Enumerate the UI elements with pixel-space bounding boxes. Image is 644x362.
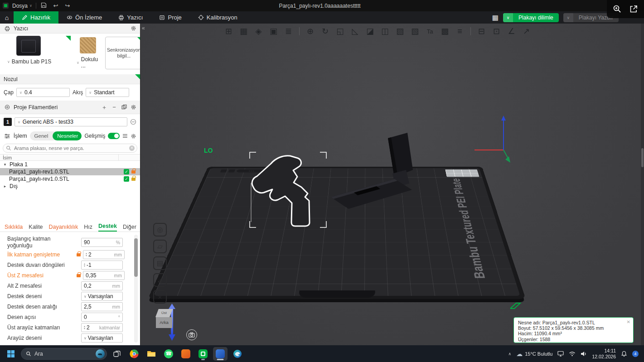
settings-tab-kalite[interactable]: Kalite [29, 224, 43, 232]
measure-icon[interactable]: ∠ [506, 26, 517, 36]
task-view-button[interactable] [110, 347, 124, 361]
clear-search-icon[interactable]: ✕ [129, 145, 135, 151]
setting-dropdown[interactable]: ∨Varsayılan [81, 333, 123, 343]
volume-icon[interactable] [581, 351, 587, 357]
visibility-checkbox[interactable]: ✓ [124, 169, 129, 174]
plate-overview-icon[interactable]: ▦ [492, 14, 499, 22]
settings-tab-siklikla[interactable]: Sıklıkla [5, 224, 23, 232]
app-icon-edge[interactable] [230, 347, 245, 361]
mirror-icon[interactable]: ◫ [379, 26, 391, 36]
lay-flat-icon[interactable]: ◺ [349, 26, 361, 36]
seam-paint-icon[interactable]: ▧ [409, 26, 421, 36]
tree-item-plate[interactable]: ▾ Plaka 1 [0, 161, 140, 168]
setting-input[interactable]: 0° [81, 313, 123, 322]
setting-input[interactable]: ▴▾2katmanlar [81, 323, 123, 332]
segment-global[interactable]: Genel [30, 131, 53, 140]
filament-settings-gear-icon[interactable] [131, 104, 136, 110]
setting-dropdown[interactable]: ∨Varsayılan [81, 292, 123, 301]
split-to-objects-icon[interactable]: ≣ [283, 26, 294, 36]
add-model-icon[interactable]: ⊞ [223, 26, 234, 36]
app-icon-whatsapp[interactable]: ☎ [161, 347, 176, 361]
sync-info-button[interactable]: Senkronizasyon bilgil... [105, 37, 140, 69]
setting-input[interactable]: 90% [81, 238, 123, 247]
wifi-icon[interactable] [569, 351, 576, 357]
nozzle-diameter-select[interactable]: ∨ 0.4 [16, 88, 70, 97]
auto-orient-icon[interactable]: ◈ [253, 26, 264, 36]
zoom-icon[interactable] [613, 5, 622, 14]
sidebar-collapse-icon[interactable]: « [142, 25, 145, 31]
rotate-icon[interactable]: ↻ [320, 26, 331, 36]
plate-name-button[interactable]: ▤ [153, 256, 167, 270]
tree-item-object[interactable]: Parça1_paylı-rev1.0.STL ✓ [0, 175, 140, 183]
color-paint-icon[interactable]: ▩ [439, 26, 450, 36]
app-icon-chrome[interactable] [127, 347, 141, 361]
tab-proje[interactable]: Proje [151, 11, 189, 24]
redo-icon[interactable]: ↪ [63, 2, 72, 9]
plate-type-select[interactable]: ∨ Dokulu ... [73, 56, 103, 69]
settings-scrollbar[interactable] [134, 235, 138, 343]
taskbar-search[interactable]: Ara [21, 348, 107, 360]
settings-tab-destek[interactable]: Destek [98, 223, 117, 232]
hidden-icons-chevron[interactable]: ∧ [508, 352, 512, 356]
tab-kalibrasyon[interactable]: Kalibrasyon [190, 11, 246, 24]
wipe-tower-icon[interactable]: ⊟ [476, 26, 487, 36]
app-icon-orange[interactable] [179, 347, 193, 361]
screenshot-button[interactable] [186, 329, 197, 340]
taskbar-weather[interactable]: ☁ 15°C Bulutlu [516, 350, 552, 357]
setting-input[interactable]: 0,35mm [83, 271, 125, 280]
viewport-scrollbar[interactable] [641, 24, 644, 345]
plate-visibility-button[interactable]: ◎ [153, 223, 167, 237]
plate-lock-tag-icon[interactable] [220, 169, 228, 173]
print-options-caret-icon[interactable]: ∨ [563, 13, 573, 22]
export-icon[interactable]: ↗ [521, 26, 532, 36]
slice-options-caret-icon[interactable]: ∨ [503, 13, 513, 22]
setting-input[interactable]: 0,2mm [81, 281, 123, 290]
setting-input[interactable]: ▴▾2mm [83, 250, 125, 259]
spinner-icon[interactable]: ▴▾ [84, 325, 85, 330]
settings-tab-hiz[interactable]: Hız [84, 224, 92, 232]
support-paint-icon[interactable]: ▨ [394, 26, 406, 36]
app-icon-explorer[interactable] [144, 347, 159, 361]
assembly-view-icon[interactable]: ⊡ [491, 26, 502, 36]
tree-item-outside[interactable]: ▸ Dış [0, 183, 140, 190]
slice-plate-button[interactable]: ∨ Plakayı dilimle [503, 13, 559, 22]
lock-icon[interactable] [131, 170, 136, 174]
scrollbar-thumb[interactable] [641, 148, 644, 167]
plate-orient-button[interactable]: ⊿ [153, 273, 167, 287]
chevron-collapsed-icon[interactable]: ▸ [3, 184, 7, 188]
settings-tab-diger[interactable]: Diğer [123, 224, 136, 232]
tab-yazici[interactable]: Yazıcı [110, 11, 151, 24]
cut-icon[interactable]: ◪ [364, 26, 376, 36]
spinner-icon[interactable]: ▴▾ [84, 263, 85, 267]
filament-select[interactable]: ∨ Generic ABS - test33 [15, 117, 127, 126]
printer-select[interactable]: ∨ Bambu Lab P1S [4, 58, 51, 65]
app-icon-slicer[interactable] [196, 347, 210, 361]
advanced-toggle[interactable] [108, 133, 120, 139]
list-view-icon[interactable] [122, 133, 128, 139]
plate-delete-button[interactable]: × [153, 290, 167, 304]
filament-slot-badge[interactable]: 1 [4, 118, 12, 126]
notification-bell-icon[interactable] [621, 351, 627, 357]
sync-filament-icon[interactable] [121, 104, 128, 110]
app-icon-blue[interactable] [213, 347, 228, 361]
scale-icon[interactable]: ◱ [334, 26, 346, 36]
segment-objects[interactable]: Nesneler [53, 131, 82, 140]
plate-settings-button[interactable]: ▱ [153, 240, 167, 253]
tab-on-izleme[interactable]: Ön İzleme [58, 11, 110, 24]
start-button[interactable] [4, 347, 18, 361]
chevron-expanded-icon[interactable]: ▾ [3, 162, 7, 167]
plate-type-card[interactable]: ∨ Dokulu ... [73, 36, 103, 73]
remove-filament-icon[interactable]: − [111, 104, 118, 111]
notification-count-badge[interactable]: 4 [632, 351, 639, 357]
viewport-3d[interactable]: « ⊞▦◈▣≣⊕↻◱◺◪◫▨▧Ta▩≡⊟⊡∠↗ ··· Bambu Textur… [140, 24, 644, 345]
process-settings-gear-icon[interactable] [131, 133, 136, 139]
settings-tab-dayaniklilik[interactable]: Dayanıklılık [49, 224, 78, 232]
plate-settings-tag-icon[interactable] [228, 169, 235, 173]
lock-icon[interactable] [131, 178, 136, 181]
external-link-icon[interactable] [629, 5, 638, 14]
close-icon[interactable]: ✕ [627, 319, 630, 325]
view-cube[interactable]: Üst Arka [154, 309, 174, 328]
undo-icon[interactable]: ↩ [52, 2, 60, 9]
tab-hazirlik[interactable]: Hazırlık [14, 11, 58, 24]
build-plate[interactable]: ··· Bambu Textured PEI Plate [148, 167, 526, 299]
